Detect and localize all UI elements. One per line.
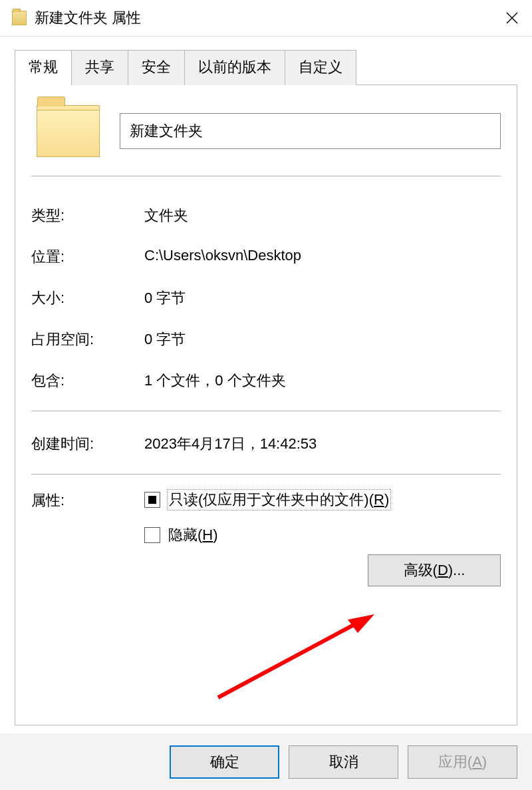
folder-big-icon (37, 105, 100, 157)
value-size-on-disk: 0 字节 (144, 329, 186, 349)
tab-previous-versions[interactable]: 以前的版本 (184, 50, 285, 85)
ok-button[interactable]: 确定 (170, 745, 279, 779)
tab-general[interactable]: 常规 (15, 50, 72, 86)
tab-sharing[interactable]: 共享 (71, 50, 128, 85)
tab-customize[interactable]: 自定义 (285, 50, 356, 85)
value-location: C:\Users\oksvn\Desktop (144, 247, 301, 267)
label-created: 创建时间: (31, 434, 144, 454)
label-attributes: 属性: (31, 489, 144, 586)
tab-panel-general: 类型: 文件夹 位置: C:\Users\oksvn\Desktop 大小: 0… (15, 85, 517, 725)
cancel-button[interactable]: 取消 (289, 745, 398, 779)
label-contains: 包含: (31, 371, 144, 391)
apply-button[interactable]: 应用(A) (408, 745, 517, 779)
label-type: 类型: (31, 206, 144, 226)
readonly-checkbox[interactable] (144, 492, 160, 508)
close-button[interactable] (492, 0, 532, 37)
folder-icon (12, 11, 27, 25)
window-title: 新建文件夹 属性 (35, 8, 141, 28)
close-icon (506, 12, 518, 24)
hidden-checkbox-row[interactable]: 隐藏(H) (144, 525, 501, 545)
hidden-label: 隐藏(H) (167, 525, 219, 545)
folder-name-input[interactable] (120, 113, 501, 149)
readonly-checkbox-row[interactable]: 只读(仅应用于文件夹中的文件)(R) (144, 489, 501, 510)
label-size: 大小: (31, 288, 144, 308)
label-size-on-disk: 占用空间: (31, 329, 144, 349)
annotation-arrow (215, 608, 388, 701)
titlebar: 新建文件夹 属性 (0, 0, 532, 37)
readonly-label: 只读(仅应用于文件夹中的文件)(R) (167, 489, 391, 510)
value-type: 文件夹 (144, 206, 188, 226)
hidden-checkbox[interactable] (144, 527, 160, 543)
value-size: 0 字节 (144, 288, 186, 308)
tab-strip: 常规 共享 安全 以前的版本 自定义 (0, 50, 532, 85)
dialog-footer: 确定 取消 应用(A) (0, 733, 532, 790)
value-created: 2023年4月17日，14:42:53 (144, 434, 317, 454)
value-contains: 1 个文件，0 个文件夹 (144, 371, 286, 391)
svg-line-2 (218, 621, 361, 697)
label-location: 位置: (31, 247, 144, 267)
svg-marker-3 (348, 614, 374, 633)
tab-security[interactable]: 安全 (128, 50, 185, 85)
advanced-button[interactable]: 高级(D)... (368, 554, 501, 586)
